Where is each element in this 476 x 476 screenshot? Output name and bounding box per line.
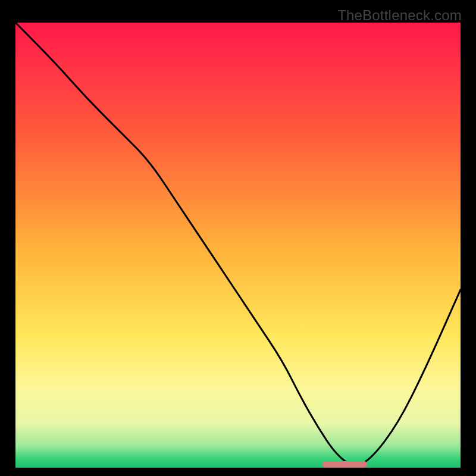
gradient-bg xyxy=(15,23,461,468)
watermark-text: TheBottleneck.com xyxy=(337,7,462,24)
chart-frame: TheBottleneck.com xyxy=(8,8,468,468)
optimal-marker xyxy=(322,461,367,468)
bottleneck-chart xyxy=(15,23,461,468)
